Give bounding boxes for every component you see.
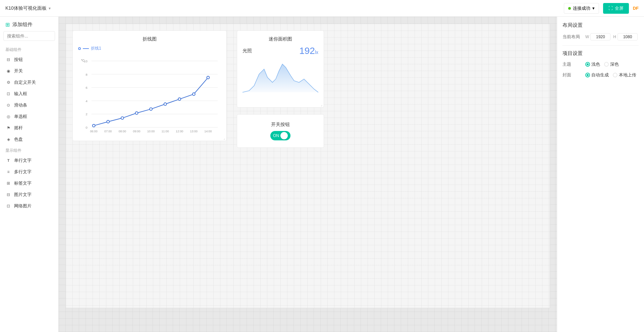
svg-text:2: 2	[86, 112, 88, 116]
user-label: DF	[633, 6, 639, 11]
sidebar-item-label: 滑动条	[14, 102, 27, 108]
chevron-down-icon: ▾	[592, 6, 595, 11]
chart-container: ℃ 10 8 6 4 2 0	[78, 54, 221, 134]
sidebar-item-joystick[interactable]: ⚑ 摇杆	[0, 122, 58, 134]
mini-area-header: 光照 192lx	[243, 46, 318, 56]
sidebar-item-label: 多行文字	[14, 169, 32, 175]
svg-text:12:00: 12:00	[176, 130, 183, 133]
toggle-switch[interactable]: ON	[270, 131, 290, 140]
sidebar-item-label: 网络图片	[14, 203, 32, 209]
switch-title: 开关按钮	[271, 122, 290, 128]
cover-upload-label: 本地上传	[619, 72, 636, 78]
canvas-inner: 折线图 折线1 ℃ 10 8 6	[65, 23, 550, 308]
fullscreen-label: 全屏	[615, 5, 624, 11]
net-img-icon: ⊡	[5, 204, 11, 208]
sidebar-item-label: 按钮	[14, 57, 23, 63]
svg-point-23	[107, 120, 109, 123]
mini-area-value-group: 192lx	[299, 46, 318, 56]
cover-auto-label: 自动生成	[591, 72, 609, 78]
basic-section-title: 基础组件	[0, 44, 58, 54]
layout-section-title: 布局设置	[562, 22, 639, 28]
add-widget-label: 添加组件	[12, 21, 33, 28]
project-section-title: 项目设置	[562, 50, 639, 57]
app-title[interactable]: K10体验可视化面板	[5, 5, 47, 11]
sidebar-item-label: 单选框	[14, 114, 27, 120]
theme-light-radio[interactable]	[585, 62, 590, 67]
sidebar: ⊞ 添加组件 基础组件 ⊟ 按钮 ◉ 开关 ⚙ 自定义开关 ⊡ 输入框 ⊙ 滑动…	[0, 17, 59, 332]
svg-text:14:00: 14:00	[204, 130, 212, 133]
svg-text:10:00: 10:00	[147, 130, 155, 133]
resize-handle[interactable]: ⌟	[223, 136, 225, 140]
cover-upload-radio[interactable]	[613, 73, 618, 77]
cover-auto-option[interactable]: 自动生成	[585, 72, 609, 78]
search-input[interactable]	[3, 31, 55, 41]
sidebar-item-img-text[interactable]: ⊟ 图片文字	[0, 189, 58, 200]
svg-point-27	[164, 103, 167, 106]
right-panel: 布局设置 当前布局 W H 项目设置 主题 浅色	[557, 17, 644, 332]
resize-handle-mini[interactable]: ⌟	[321, 103, 322, 107]
cover-radio-group: 自动生成 本地上传	[585, 72, 636, 78]
mini-area-title: 迷你面积图	[243, 36, 318, 42]
fullscreen-button[interactable]: ⛶ 全屏	[603, 3, 629, 14]
line-chart-widget[interactable]: 折线图 折线1 ℃ 10 8 6	[72, 30, 227, 141]
svg-point-22	[93, 124, 95, 127]
input-icon: ⊡	[5, 91, 11, 96]
header-left: K10体验可视化面板 ▾	[5, 5, 51, 11]
legend-label: 折线1	[91, 46, 101, 51]
theme-dark-option[interactable]: 深色	[604, 61, 619, 67]
joystick-icon: ⚑	[5, 126, 11, 130]
theme-row: 主题 浅色 深色	[562, 61, 639, 67]
mini-area-widget[interactable]: 迷你面积图 光照 192lx	[237, 30, 324, 108]
sidebar-item-label: 标签文字	[14, 180, 32, 186]
theme-dark-radio[interactable]	[604, 62, 609, 67]
mini-chart-container	[243, 59, 318, 99]
sidebar-item-custom-switch[interactable]: ⚙ 自定义开关	[0, 77, 58, 88]
chevron-down-icon[interactable]: ▾	[49, 6, 51, 11]
svg-point-26	[150, 108, 152, 111]
radio-icon: ◎	[5, 114, 11, 119]
svg-text:10: 10	[84, 59, 88, 63]
connection-button[interactable]: 连接成功 ▾	[564, 3, 599, 14]
sidebar-item-switch[interactable]: ◉ 开关	[0, 65, 58, 77]
mini-area-value: 192	[299, 46, 315, 56]
theme-radio-group: 浅色 深色	[585, 61, 619, 67]
single-text-icon: T	[5, 158, 11, 163]
display-section-title: 显示组件	[0, 145, 58, 155]
connection-label: 连接成功	[573, 5, 590, 11]
theme-label: 主题	[562, 61, 583, 67]
sidebar-item-label-text[interactable]: ⊞ 标签文字	[0, 178, 58, 189]
switch-widget[interactable]: 开关按钮 ON	[237, 114, 324, 148]
height-input[interactable]	[618, 33, 638, 41]
legend-dot	[78, 47, 81, 50]
line-chart-svg: ℃ 10 8 6 4 2 0	[78, 54, 221, 134]
add-widget-icon: ⊞	[5, 21, 10, 28]
svg-text:8: 8	[86, 73, 88, 76]
cover-upload-option[interactable]: 本地上传	[613, 72, 636, 78]
svg-text:0: 0	[86, 126, 88, 129]
svg-text:6: 6	[86, 86, 88, 89]
multi-text-icon: ≡	[5, 170, 11, 174]
canvas-area[interactable]: 折线图 折线1 ℃ 10 8 6	[59, 17, 557, 332]
sidebar-item-slider[interactable]: ⊙ 滑动条	[0, 99, 58, 111]
img-text-icon: ⊟	[5, 192, 11, 197]
width-input[interactable]	[590, 33, 610, 41]
connection-status-dot	[568, 7, 571, 10]
sidebar-item-input[interactable]: ⊡ 输入框	[0, 88, 58, 99]
cover-auto-radio[interactable]	[585, 73, 590, 77]
sidebar-item-label: 自定义开关	[14, 79, 36, 85]
mini-area-unit: lx	[315, 50, 318, 55]
mini-area-label: 光照	[243, 48, 252, 54]
sidebar-item-net-img[interactable]: ⊡ 网络图片	[0, 200, 58, 212]
sidebar-item-single-text[interactable]: T 单行文字	[0, 155, 58, 166]
sidebar-item-palette[interactable]: ◈ 色盘	[0, 134, 58, 145]
sidebar-item-multi-text[interactable]: ≡ 多行文字	[0, 166, 58, 178]
sidebar-item-button[interactable]: ⊟ 按钮	[0, 54, 58, 65]
sidebar-item-radio[interactable]: ◎ 单选框	[0, 111, 58, 122]
svg-point-28	[178, 98, 181, 101]
height-label: H	[613, 35, 616, 39]
header-right: 连接成功 ▾ ⛶ 全屏 DF	[564, 3, 639, 14]
sidebar-item-label: 开关	[14, 68, 23, 74]
theme-light-option[interactable]: 浅色	[585, 61, 600, 67]
svg-point-29	[193, 93, 195, 95]
label-text-icon: ⊞	[5, 181, 11, 186]
